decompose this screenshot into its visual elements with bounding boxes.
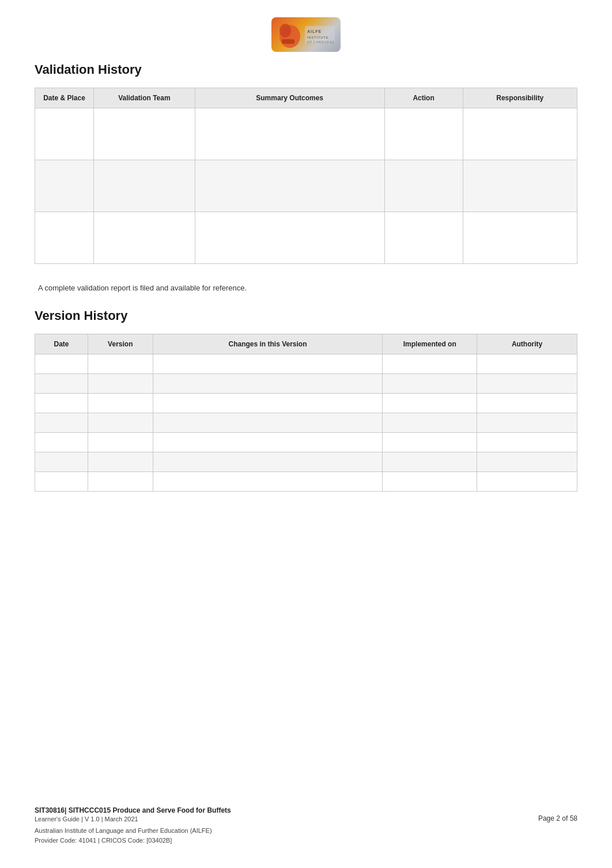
- vrow7-authority: [477, 472, 577, 492]
- logo-area: AILFE INSTITUTE OF LANGUAGE: [35, 17, 577, 52]
- vrow7-implemented: [383, 472, 477, 492]
- validation-history-table: Date & Place Validation Team Summary Out…: [35, 88, 577, 264]
- vrow3-implemented: [383, 394, 477, 413]
- col-date-place: Date & Place: [35, 88, 94, 108]
- version-row-3: [35, 394, 577, 413]
- vrow1-version: [88, 354, 153, 374]
- vrow1-changes: [153, 354, 383, 374]
- vrow6-date: [35, 452, 88, 472]
- validation-history-title: Validation History: [35, 62, 577, 77]
- vrow6-authority: [477, 452, 577, 472]
- val-row3-action: [384, 212, 463, 264]
- vrow1-implemented: [383, 354, 477, 374]
- vcol-version: Version: [88, 334, 153, 354]
- validation-note: A complete validation report is filed an…: [38, 284, 577, 292]
- footer-left: SIT30816| SITHCCC015 Produce and Serve F…: [35, 806, 231, 822]
- vrow3-date: [35, 394, 88, 413]
- val-row1-action: [384, 108, 463, 160]
- validation-table-header: Date & Place Validation Team Summary Out…: [35, 88, 577, 108]
- val-row3-summary: [195, 212, 384, 264]
- vcol-date: Date: [35, 334, 88, 354]
- version-row-2: [35, 374, 577, 394]
- svg-text:AILFE: AILFE: [307, 29, 322, 33]
- vcol-authority: Authority: [477, 334, 577, 354]
- svg-text:OF LANGUAGE: OF LANGUAGE: [307, 40, 335, 44]
- col-validation-team: Validation Team: [94, 88, 195, 108]
- version-row-6: [35, 452, 577, 472]
- vrow3-changes: [153, 394, 383, 413]
- val-row3-team: [94, 212, 195, 264]
- version-row-5: [35, 433, 577, 452]
- version-history-table: Date Version Changes in this Version Imp…: [35, 334, 577, 492]
- page: AILFE INSTITUTE OF LANGUAGE Validation H…: [0, 0, 612, 868]
- val-row1-summary: [195, 108, 384, 160]
- vrow4-authority: [477, 413, 577, 433]
- vrow2-authority: [477, 374, 577, 394]
- validation-history-section: Validation History Date & Place Validati…: [35, 62, 577, 276]
- svg-text:INSTITUTE: INSTITUTE: [307, 36, 328, 39]
- svg-point-1: [279, 24, 291, 37]
- validation-row-2: [35, 160, 577, 212]
- val-row1-team: [94, 108, 195, 160]
- vrow5-date: [35, 433, 88, 452]
- footer-doc-sub: Learner's Guide | V 1.0 | March 2021: [35, 816, 231, 822]
- vrow4-version: [88, 413, 153, 433]
- vrow4-implemented: [383, 413, 477, 433]
- val-row1-date: [35, 108, 94, 160]
- val-row2-responsibility: [463, 160, 577, 212]
- vrow2-date: [35, 374, 88, 394]
- col-summary-outcomes: Summary Outcomes: [195, 88, 384, 108]
- vrow1-date: [35, 354, 88, 374]
- vrow5-version: [88, 433, 153, 452]
- vrow6-implemented: [383, 452, 477, 472]
- vrow2-implemented: [383, 374, 477, 394]
- val-row2-team: [94, 160, 195, 212]
- vrow2-changes: [153, 374, 383, 394]
- version-history-section: Version History Date Version Changes in …: [35, 308, 577, 503]
- vrow1-authority: [477, 354, 577, 374]
- svg-rect-2: [282, 39, 294, 44]
- version-row-1: [35, 354, 577, 374]
- val-row2-action: [384, 160, 463, 212]
- val-row3-date: [35, 212, 94, 264]
- vcol-changes: Changes in this Version: [153, 334, 383, 354]
- version-table-header: Date Version Changes in this Version Imp…: [35, 334, 577, 354]
- vrow4-date: [35, 413, 88, 433]
- version-row-4: [35, 413, 577, 433]
- val-row2-date: [35, 160, 94, 212]
- vrow3-authority: [477, 394, 577, 413]
- footer: SIT30816| SITHCCC015 Produce and Serve F…: [35, 783, 577, 845]
- footer-org: Australian Institute of Language and Fur…: [35, 826, 577, 845]
- vrow6-version: [88, 452, 153, 472]
- vrow2-version: [88, 374, 153, 394]
- vrow5-authority: [477, 433, 577, 452]
- vrow5-changes: [153, 433, 383, 452]
- vrow6-changes: [153, 452, 383, 472]
- footer-doc-title: SIT30816| SITHCCC015 Produce and Serve F…: [35, 806, 231, 814]
- vcol-implemented: Implemented on: [383, 334, 477, 354]
- col-action: Action: [384, 88, 463, 108]
- val-row3-responsibility: [463, 212, 577, 264]
- footer-org-line2: Provider Code: 41041 | CRICOS Code: [034…: [35, 836, 577, 846]
- vrow4-changes: [153, 413, 383, 433]
- vrow3-version: [88, 394, 153, 413]
- validation-row-3: [35, 212, 577, 264]
- val-row2-summary: [195, 160, 384, 212]
- val-row1-responsibility: [463, 108, 577, 160]
- footer-page: Page 2 of 58: [538, 814, 577, 822]
- footer-top: SIT30816| SITHCCC015 Produce and Serve F…: [35, 806, 577, 822]
- logo: AILFE INSTITUTE OF LANGUAGE: [271, 17, 341, 52]
- version-row-7: [35, 472, 577, 492]
- vrow5-implemented: [383, 433, 477, 452]
- col-responsibility: Responsibility: [463, 88, 577, 108]
- version-history-title: Version History: [35, 308, 577, 323]
- footer-org-line1: Australian Institute of Language and Fur…: [35, 826, 577, 836]
- vrow7-changes: [153, 472, 383, 492]
- vrow7-date: [35, 472, 88, 492]
- validation-row-1: [35, 108, 577, 160]
- vrow7-version: [88, 472, 153, 492]
